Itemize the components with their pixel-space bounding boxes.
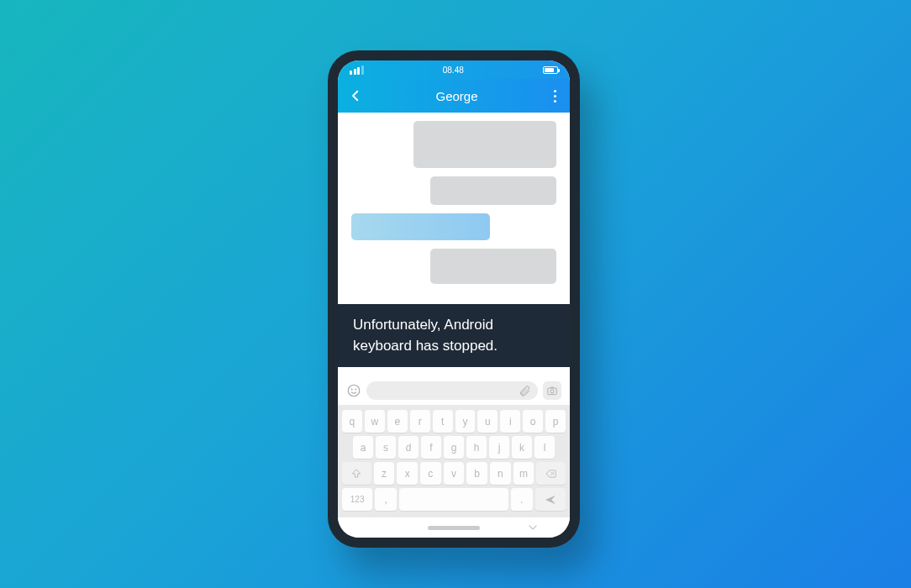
nav-bar — [338, 517, 570, 538]
chevron-down-icon — [526, 521, 540, 534]
keyboard-row-2: a s d f g h j k l — [342, 436, 566, 459]
svg-rect-3 — [548, 388, 557, 395]
toast-line-1: Unfortunately, Android — [353, 315, 555, 336]
key-comma[interactable]: , — [375, 488, 397, 511]
message-bubble-incoming — [430, 249, 556, 284]
more-menu-button[interactable] — [550, 87, 560, 106]
key-backspace[interactable] — [536, 462, 566, 485]
key-f[interactable]: f — [421, 436, 441, 459]
message-input[interactable] — [366, 381, 538, 400]
toast-line-2: keyboard has stopped. — [353, 336, 555, 357]
status-time: 08.48 — [443, 66, 464, 75]
error-toast: Unfortunately, Android keyboard has stop… — [338, 304, 570, 367]
key-s[interactable]: s — [376, 436, 396, 459]
key-r[interactable]: r — [410, 410, 430, 433]
svg-point-4 — [550, 390, 554, 393]
key-x[interactable]: x — [397, 462, 418, 485]
send-icon — [544, 493, 557, 507]
key-send[interactable] — [535, 488, 566, 511]
key-space[interactable] — [399, 488, 508, 511]
emoji-button[interactable] — [346, 383, 361, 398]
key-k[interactable]: k — [512, 436, 532, 459]
paperclip-icon — [519, 385, 531, 397]
contact-name[interactable]: George — [435, 89, 477, 103]
emoji-icon — [346, 383, 361, 398]
keyboard: q w e r t y u i o p a s d f g h — [338, 405, 570, 517]
key-g[interactable]: g — [444, 436, 464, 459]
svg-point-1 — [351, 389, 353, 391]
phone-frame: 08.48 George — [328, 50, 580, 548]
attach-button[interactable] — [519, 385, 531, 397]
home-indicator[interactable] — [428, 526, 480, 530]
message-bubble-outgoing — [351, 213, 490, 240]
key-a[interactable]: a — [353, 436, 373, 459]
key-e[interactable]: e — [387, 410, 408, 433]
key-i[interactable]: i — [500, 410, 520, 433]
battery-icon — [543, 66, 558, 74]
message-bubble-incoming — [430, 176, 556, 205]
camera-button[interactable] — [543, 381, 561, 400]
key-numbers[interactable]: 123 — [342, 488, 372, 511]
collapse-keyboard-button[interactable] — [526, 521, 540, 534]
keyboard-row-3: z x c v b n m — [342, 462, 566, 485]
key-d[interactable]: d — [398, 436, 419, 459]
camera-icon — [546, 385, 558, 396]
message-input-bar — [338, 376, 570, 405]
key-t[interactable]: t — [433, 410, 453, 433]
keyboard-row-4: 123 , . — [342, 488, 566, 511]
gradient-background: 08.48 George — [0, 0, 911, 588]
key-period[interactable]: . — [511, 488, 533, 511]
keyboard-row-1: q w e r t y u i o p — [342, 410, 566, 433]
key-o[interactable]: o — [523, 410, 543, 433]
key-q[interactable]: q — [342, 410, 362, 433]
key-m[interactable]: m — [513, 462, 534, 485]
key-c[interactable]: c — [420, 462, 441, 485]
key-z[interactable]: z — [374, 462, 395, 485]
chat-header: George — [338, 79, 570, 113]
key-j[interactable]: j — [489, 436, 509, 459]
key-b[interactable]: b — [466, 462, 487, 485]
key-h[interactable]: h — [466, 436, 487, 459]
key-y[interactable]: y — [456, 410, 476, 433]
key-n[interactable]: n — [490, 462, 511, 485]
phone-screen: 08.48 George — [338, 60, 570, 538]
key-v[interactable]: v — [444, 462, 465, 485]
svg-point-0 — [348, 385, 360, 396]
shift-icon — [350, 468, 362, 480]
backspace-icon — [545, 468, 558, 480]
status-bar: 08.48 — [338, 60, 570, 79]
signal-icon — [350, 66, 364, 75]
key-u[interactable]: u — [477, 410, 498, 433]
key-p[interactable]: p — [545, 410, 566, 433]
key-w[interactable]: w — [365, 410, 385, 433]
key-l[interactable]: l — [534, 436, 555, 459]
svg-point-2 — [355, 389, 356, 391]
back-button[interactable] — [348, 88, 363, 103]
message-bubble-incoming — [413, 121, 556, 168]
key-shift[interactable] — [342, 462, 371, 485]
chevron-left-icon — [348, 88, 363, 103]
